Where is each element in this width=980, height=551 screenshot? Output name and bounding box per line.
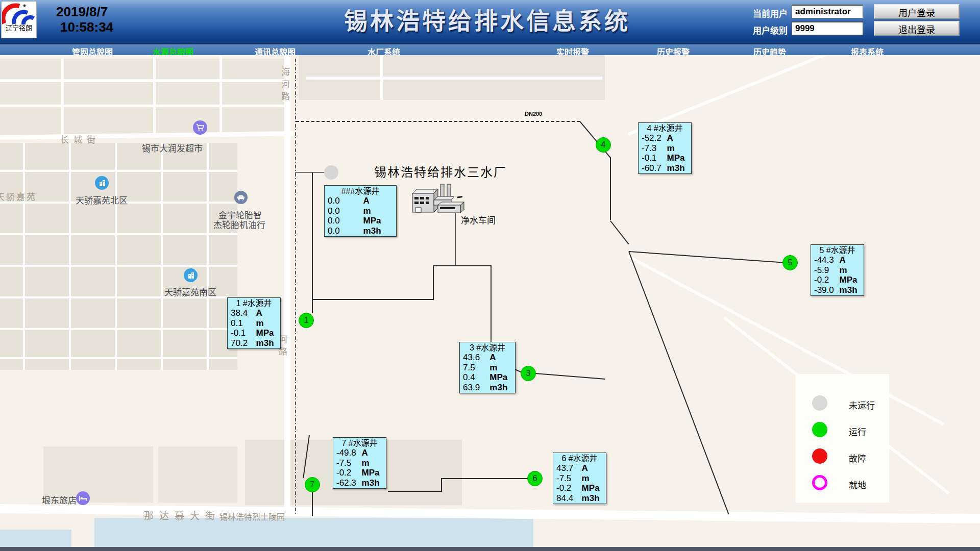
supermarket-cart-icon [193, 120, 207, 135]
well-flow: 0.0 [325, 226, 363, 236]
user-level-label: 用户级别 [753, 23, 788, 36]
well-flow: -62.3 [333, 478, 362, 488]
status-legend: 未运行 运行 故障 就地 [795, 374, 889, 503]
map-road [0, 328, 237, 330]
map-road [161, 143, 163, 370]
map-road [0, 265, 237, 267]
user-login-button[interactable]: 用户登录 [874, 4, 960, 19]
unit-label: MPa [362, 468, 380, 478]
poi-label-runfa-supermarket: 锡市大润发超市 [142, 141, 203, 154]
well-databox-3[interactable]: 3 #水源井 43.6A 7.5m 0.4MPa 63.9m3h [459, 342, 516, 393]
unit-label: A [489, 353, 496, 363]
legend-local-icon [812, 475, 827, 490]
well-current: 38.4 [228, 308, 256, 318]
scada-window: 辽宁铭朗 2019/8/7 10:58:34 锡林浩特给排水信息系统 当前用户 … [0, 0, 980, 551]
well-databox-6[interactable]: 6 #水源井 43.7A -7.5m -0.2MPa 84.4m3h [553, 453, 606, 504]
hotel-bed-icon [76, 491, 90, 505]
map-boundary-line [295, 59, 296, 515]
current-user-label: 当前用户 [753, 7, 788, 19]
well-marker-7[interactable]: 7 [305, 477, 320, 492]
current-user-input[interactable] [792, 5, 863, 18]
well-marker-6[interactable]: 6 [527, 471, 543, 486]
well-marker-idle [324, 165, 338, 180]
well-title: 3 #水源井 [460, 343, 515, 353]
well-current: 0.0 [325, 196, 363, 206]
map-road [627, 255, 944, 425]
well-marker-4[interactable]: 4 [596, 137, 611, 153]
legend-fault-icon [812, 448, 827, 464]
unit-label: m [256, 318, 264, 329]
well-flow: 63.9 [460, 383, 489, 393]
pipe-line [433, 265, 491, 266]
system-title: 锡林浩特给排水信息系统 [344, 2, 630, 36]
map-road [0, 233, 237, 235]
user-level-input[interactable] [792, 21, 863, 35]
well-databox-1[interactable]: 1 #水源井 38.4A 0.1m -0.1MPa 70.2m3h [227, 297, 281, 349]
window-bottom-edge [0, 547, 980, 551]
map-road [207, 143, 209, 370]
unit-label: m3h [582, 493, 600, 504]
legend-running-label: 运行 [849, 425, 866, 438]
unit-label: A [582, 463, 588, 473]
well-level: -7.5 [333, 458, 362, 468]
unit-label: m [840, 265, 847, 276]
well-pressure: -0.1 [228, 328, 256, 338]
well-marker-1[interactable]: 1 [299, 313, 314, 328]
unit-label: A [363, 196, 370, 206]
well-pressure: -0.2 [811, 275, 840, 285]
map-block [158, 446, 237, 503]
unit-label: m [489, 363, 497, 373]
unit-label: m [582, 473, 590, 484]
datetime-display: 2019/8/7 10:58:34 [56, 4, 113, 35]
pipe-line [312, 492, 313, 516]
legend-not-running-icon [812, 395, 827, 411]
poi-label-tire-shop-2: 杰轮胎机油行 [213, 218, 265, 231]
unit-label: m3h [667, 163, 685, 173]
well-level: 0.0 [325, 206, 363, 216]
unit-label: m [362, 458, 370, 468]
unit-label: m3h [489, 383, 507, 393]
unit-label: MPa [667, 153, 685, 163]
well-marker-3[interactable]: 3 [521, 366, 536, 381]
purification-workshop-label: 净水车间 [461, 213, 496, 226]
well-current: 43.6 [460, 353, 489, 363]
unit-label: m3h [363, 226, 381, 236]
residential-building-icon [184, 268, 198, 282]
map-road [219, 56, 222, 135]
well-level: 0.1 [228, 318, 256, 329]
map-block [0, 59, 287, 135]
unit-label: MPa [256, 328, 274, 338]
well-title: 7 #水源井 [333, 438, 386, 448]
street-label-nadamu: 那达慕大街 [144, 508, 220, 522]
unit-label: A [362, 448, 368, 458]
company-logo: 辽宁铭朗 [1, 1, 37, 38]
factory-icon [408, 183, 465, 217]
unit-label: MPa [363, 216, 381, 226]
well-databox-7[interactable]: 7 #水源井 -49.8A -7.5m -0.2MPa -62.3m3h [333, 437, 386, 489]
pipe-line [433, 265, 434, 300]
street-label-haihe: 海河路 [278, 67, 291, 104]
well-title: 5 #水源井 [811, 245, 864, 255]
well-level: -7.5 [553, 473, 582, 484]
well-databox-5[interactable]: 5 #水源井 -44.3A -5.9m -0.2MPa -39.0m3h [811, 244, 864, 296]
well-databox-4[interactable]: 4 #水源井 -52.2A -7.3m -0.1MPa -60.7m3h [638, 122, 692, 174]
residential-building-icon [95, 176, 109, 190]
well-level: -7.3 [639, 143, 667, 154]
logout-button[interactable]: 退出登录 [874, 21, 960, 36]
map-road [153, 57, 156, 135]
unit-label: MPa [489, 372, 507, 383]
map-road-haihe [284, 55, 290, 515]
map-canvas[interactable]: 长城街 海河路 河路 那达慕大街 锡林浩特烈士陵园 天骄嘉苑 锡市大润发超市 天… [0, 55, 980, 547]
unit-label: A [840, 255, 846, 265]
pipe-line-to-well5 [629, 251, 784, 263]
well-level: 7.5 [460, 363, 489, 373]
pipe-line-plant [455, 213, 456, 265]
place-label-tianjiao: 天骄嘉苑 [0, 190, 37, 203]
unit-label: A [667, 133, 673, 143]
unit-label: m [667, 143, 675, 154]
water-plant-label: 锡林浩特给排水三水厂 [374, 162, 507, 180]
unit-label: m3h [256, 338, 274, 348]
well-databox-unassigned[interactable]: ###水源井 0.0A 0.0m 0.0MPa 0.0m3h [324, 185, 397, 237]
well-marker-5[interactable]: 5 [782, 255, 798, 270]
well-pressure: -0.2 [553, 483, 582, 493]
